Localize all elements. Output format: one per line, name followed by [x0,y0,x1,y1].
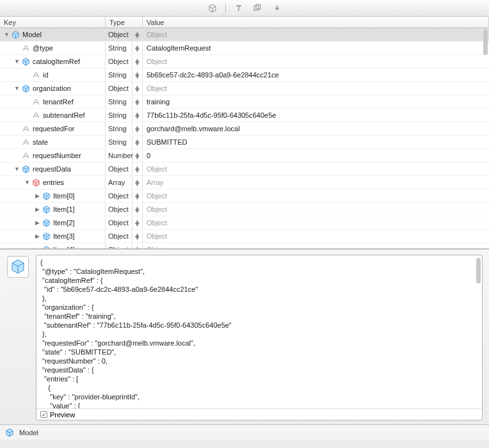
cell-key[interactable]: tenantRef [0,95,106,108]
cell-type[interactable]: Object [106,28,132,41]
cell-type[interactable]: Object [106,55,132,68]
cell-key[interactable]: ▼Model [0,28,106,41]
tree-table[interactable]: ▼ModelObject▲▼Object@typeString▲▼Catalog… [0,28,489,249]
cell-value[interactable]: SUBMITTED [143,136,489,148]
table-row[interactable]: @typeString▲▼CatalogItemRequest [0,42,489,55]
type-stepper-icon[interactable]: ▲▼ [132,28,143,41]
table-row[interactable]: ▼ModelObject▲▼Object [0,28,489,42]
type-stepper-icon[interactable]: ▲▼ [132,149,143,162]
cell-key[interactable]: ▼entries [0,176,106,189]
cell-value[interactable]: Object [143,82,489,95]
cell-key[interactable]: id [0,68,106,81]
table-row[interactable]: requestedForString▲▼gorchard@melb.vmware… [0,122,489,136]
cell-value[interactable]: 77b6c11b-25fa-4d5c-95f0-64305c640e5e [143,109,489,122]
cell-key[interactable]: ▼catalogItemRef [0,55,106,68]
cell-key[interactable]: ▶Item[0] [0,189,106,202]
cell-key[interactable]: ▶Item[2] [0,216,106,229]
disclosure-triangle-icon[interactable]: ▼ [4,31,10,38]
disclosure-triangle-icon[interactable]: ▶ [35,206,40,212]
cell-key[interactable]: requestNumber [0,149,106,162]
type-stepper-icon[interactable]: ▲▼ [132,122,143,135]
cell-value[interactable]: Object [143,55,489,68]
cell-value[interactable]: 0 [143,149,489,162]
scrollbar[interactable] [483,29,488,55]
table-row[interactable]: ▼catalogItemRefObject▲▼Object [0,55,489,68]
type-stepper-icon[interactable]: ▲▼ [132,95,143,108]
cell-type[interactable]: String [106,122,132,135]
cell-value[interactable]: Object [143,216,489,229]
disclosure-triangle-icon[interactable]: ▼ [24,179,30,186]
cell-key[interactable]: subtenantRef [0,109,106,122]
table-row[interactable]: ▶Item[3]Object▲▼Object [0,230,489,243]
cell-value[interactable]: Object [143,189,489,202]
table-row[interactable]: ▶Item[1]Object▲▼Object [0,203,489,216]
table-row[interactable]: tenantRefString▲▼training [0,95,489,109]
cell-type[interactable]: Array [106,176,132,189]
cell-key[interactable]: ▼requestData [0,163,106,175]
type-stepper-icon[interactable]: ▲▼ [132,203,143,216]
disclosure-triangle-icon[interactable]: ▼ [14,166,20,172]
type-stepper-icon[interactable]: ▲▼ [132,55,143,68]
preview-checkbox[interactable]: ✓ [40,411,47,418]
header-key[interactable]: Key [0,17,106,28]
toolbar-copy-icon[interactable] [250,3,266,14]
type-stepper-icon[interactable]: ▲▼ [132,189,143,202]
table-row[interactable]: ▶Item[0]Object▲▼Object [0,189,489,203]
cell-type[interactable]: String [106,136,132,148]
cell-value[interactable]: Object [143,28,489,41]
cell-type[interactable]: String [106,95,132,108]
type-stepper-icon[interactable]: ▲▼ [132,243,143,249]
cell-key[interactable]: @type [0,42,106,54]
cell-type[interactable]: Object [106,189,132,202]
cell-value[interactable]: training [143,95,489,108]
type-stepper-icon[interactable]: ▲▼ [132,176,143,189]
cell-value[interactable]: gorchard@melb.vmware.local [143,122,489,135]
cell-value[interactable]: CatalogItemRequest [143,42,489,54]
type-stepper-icon[interactable]: ▲▼ [132,68,143,81]
disclosure-triangle-icon[interactable]: ▼ [14,58,20,65]
cell-key[interactable]: ▶Item[3] [0,230,106,243]
cell-type[interactable]: String [106,42,132,54]
disclosure-triangle-icon[interactable]: ▼ [14,85,20,92]
table-row[interactable]: requestNumberNumber▲▼0 [0,149,489,163]
header-type[interactable]: Type [106,17,143,28]
table-row[interactable]: stateString▲▼SUBMITTED [0,136,489,149]
type-stepper-icon[interactable]: ▲▼ [132,109,143,122]
type-stepper-icon[interactable]: ▲▼ [132,163,143,175]
toolbar-text-icon[interactable] [231,3,246,14]
disclosure-triangle-icon[interactable]: ▶ [35,233,40,239]
table-row[interactable]: ▶Item[2]Object▲▼Object [0,216,489,230]
cell-key[interactable]: requestedFor [0,122,106,135]
table-row[interactable]: ▼entriesArray▲▼Array [0,176,489,189]
table-row[interactable]: ▶Item[4]Object▲▼Object [0,243,489,249]
cell-type[interactable]: Object [106,82,132,95]
cell-type[interactable]: String [106,68,132,81]
cell-type[interactable]: Object [106,216,132,229]
table-row[interactable]: idString▲▼5b69ce57-dc2c-4893-a0a9-6e2844… [0,68,489,82]
table-row[interactable]: ▼organizationObject▲▼Object [0,82,489,95]
table-row[interactable]: ▼requestDataObject▲▼Object [0,163,489,176]
preview-scrollbar[interactable] [476,258,481,284]
cell-value[interactable]: Array [143,176,489,189]
toolbar-cube-icon[interactable] [205,3,220,14]
preview-text[interactable]: { "@type" : "CatalogItemRequest", "catal… [36,255,482,408]
cell-key[interactable]: state [0,136,106,148]
type-stepper-icon[interactable]: ▲▼ [132,230,143,243]
cell-type[interactable]: Number [106,149,132,162]
cell-type[interactable]: String [106,109,132,122]
cell-key[interactable]: ▼organization [0,82,106,95]
cell-value[interactable]: Object [143,230,489,243]
type-stepper-icon[interactable]: ▲▼ [132,216,143,229]
cell-type[interactable]: Object [106,203,132,216]
disclosure-triangle-icon[interactable]: ▶ [35,193,40,199]
type-stepper-icon[interactable]: ▲▼ [132,42,143,54]
cell-value[interactable]: Object [143,163,489,175]
type-stepper-icon[interactable]: ▲▼ [132,136,143,148]
toolbar-download-icon[interactable] [269,3,285,14]
cell-key[interactable]: ▶Item[4] [0,243,106,249]
table-row[interactable]: subtenantRefString▲▼77b6c11b-25fa-4d5c-9… [0,109,489,122]
disclosure-triangle-icon[interactable]: ▶ [35,220,40,226]
cell-value[interactable]: 5b69ce57-dc2c-4893-a0a9-6e2844cc21ce [143,68,489,81]
cell-type[interactable]: Object [106,243,132,249]
cell-value[interactable]: Object [143,203,489,216]
